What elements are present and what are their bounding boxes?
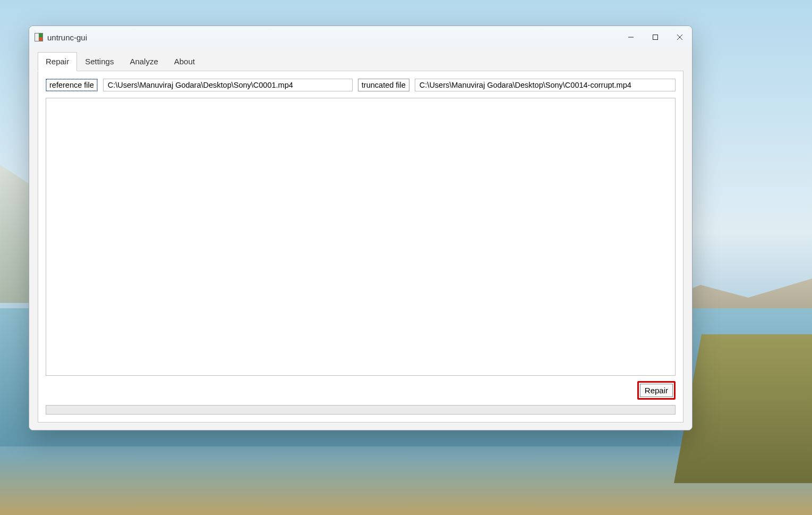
app-window: untrunc-gui Repair Settings Analyze Abou… (29, 26, 693, 430)
window-title: untrunc-gui (47, 33, 87, 42)
tab-settings[interactable]: Settings (77, 52, 122, 71)
truncated-file-button[interactable]: truncated file (358, 79, 409, 91)
desktop-wallpaper: untrunc-gui Repair Settings Analyze Abou… (0, 0, 812, 515)
window-controls (619, 26, 692, 48)
repair-button[interactable]: Repair (640, 384, 673, 397)
titlebar[interactable]: untrunc-gui (29, 26, 692, 48)
file-inputs-row: reference file truncated file (46, 79, 676, 91)
reference-file-button[interactable]: reference file (46, 79, 98, 91)
maximize-button[interactable] (643, 26, 668, 48)
minimize-icon (628, 34, 634, 40)
svg-rect-1 (653, 35, 658, 40)
action-row: Repair (46, 381, 676, 400)
truncated-file-path[interactable] (415, 79, 676, 91)
annotation-highlight: Repair (637, 381, 676, 400)
minimize-button[interactable] (619, 26, 643, 48)
close-button[interactable] (668, 26, 692, 48)
client-area: Repair Settings Analyze About reference … (29, 48, 692, 430)
log-output[interactable] (46, 98, 676, 376)
app-icon (35, 33, 43, 41)
tab-analyze[interactable]: Analyze (122, 52, 166, 71)
maximize-icon (652, 34, 659, 40)
reference-file-path[interactable] (103, 79, 353, 91)
tab-bar: Repair Settings Analyze About (38, 52, 683, 71)
close-icon (677, 34, 683, 40)
tab-repair[interactable]: Repair (38, 52, 77, 71)
repair-panel: reference file truncated file Repair (38, 71, 683, 423)
progress-bar (46, 405, 676, 415)
tab-about[interactable]: About (166, 52, 203, 71)
